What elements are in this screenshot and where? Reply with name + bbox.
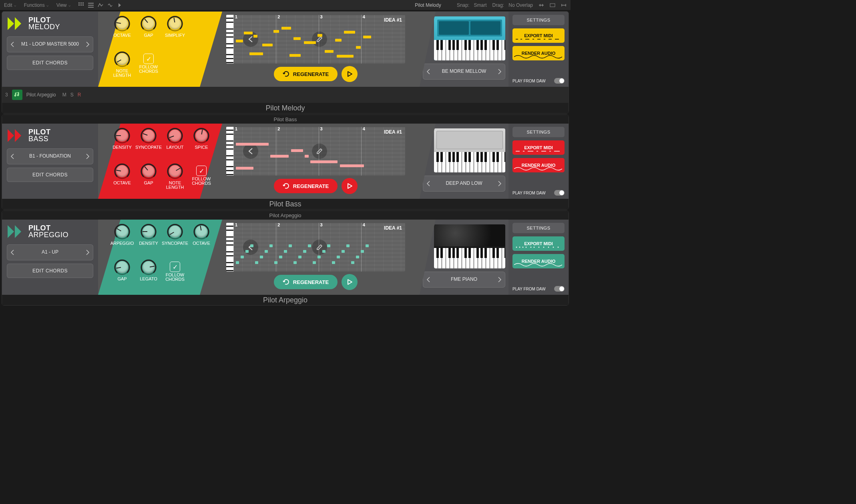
menu-functions[interactable]: Functions⌵ <box>24 2 48 8</box>
midi-note[interactable] <box>361 250 364 253</box>
midi-note[interactable] <box>241 256 244 258</box>
instrument-preset-selector[interactable]: BE MORE MELLOW <box>423 64 505 80</box>
knob-legato[interactable] <box>140 258 157 276</box>
preset-prev-icon[interactable] <box>7 149 18 164</box>
midi-note[interactable] <box>337 55 354 58</box>
midi-note[interactable] <box>327 244 330 247</box>
play-button[interactable] <box>342 178 358 194</box>
link-icon[interactable] <box>539 2 544 8</box>
midi-note[interactable] <box>340 164 364 167</box>
knob-gap[interactable] <box>140 162 157 180</box>
automation-icon[interactable] <box>98 2 103 8</box>
midi-note[interactable] <box>279 256 282 258</box>
preset-selector[interactable]: B1 - FOUNDATION <box>7 148 93 164</box>
knob-arpeggio[interactable] <box>113 223 131 240</box>
knob-note-length[interactable] <box>113 50 131 68</box>
edit-idea-button[interactable] <box>312 144 327 159</box>
midi-note[interactable] <box>356 46 361 49</box>
piano-roll[interactable]: IDEA #1 1234 <box>226 127 405 176</box>
midi-note[interactable] <box>322 250 326 253</box>
menu-view[interactable]: View⌵ <box>56 2 70 8</box>
midi-note[interactable] <box>317 256 321 258</box>
follow-chords-checkbox[interactable]: ✓ <box>143 54 154 64</box>
midi-note[interactable] <box>337 256 340 258</box>
midi-note[interactable] <box>351 261 354 264</box>
edit-chords-button[interactable]: EDIT CHORDS <box>7 56 93 70</box>
follow-chords-checkbox[interactable]: ✓ <box>170 262 180 272</box>
drag-control[interactable]: Drag: No Overlap <box>492 2 533 8</box>
instr-next-icon[interactable] <box>494 176 505 191</box>
preset-next-icon[interactable] <box>82 37 93 52</box>
knob-layout[interactable] <box>166 127 184 144</box>
render-audio-button[interactable]: RENDER AUDIO <box>512 46 565 60</box>
knob-simplify[interactable] <box>166 15 184 32</box>
midi-note[interactable] <box>260 256 263 258</box>
midi-note[interactable] <box>363 36 371 38</box>
knob-syncopate[interactable] <box>140 127 157 144</box>
track-instrument-icon[interactable] <box>12 90 22 100</box>
midi-note[interactable] <box>262 44 273 46</box>
play-button[interactable] <box>342 66 358 82</box>
midi-note[interactable] <box>255 261 258 264</box>
knob-gap[interactable] <box>113 258 131 276</box>
midi-note[interactable] <box>253 35 257 38</box>
track-record[interactable]: R <box>78 92 81 98</box>
instrument-preset-selector[interactable]: DEEP AND LOW <box>423 176 505 192</box>
preset-prev-icon[interactable] <box>7 245 18 260</box>
follow-chords-checkbox[interactable]: ✓ <box>196 166 207 176</box>
midi-note[interactable] <box>250 244 253 247</box>
midi-note[interactable] <box>332 261 335 264</box>
play-from-daw-toggle[interactable] <box>554 190 565 196</box>
midi-note[interactable] <box>317 34 322 37</box>
catch-icon[interactable] <box>117 2 123 8</box>
track-mute[interactable]: M <box>62 92 66 98</box>
midi-note[interactable] <box>313 261 316 264</box>
edit-chords-button[interactable]: EDIT CHORDS <box>7 264 93 278</box>
export-midi-button[interactable]: EXPORT MIDI <box>512 236 565 251</box>
midi-note[interactable] <box>289 54 301 57</box>
flex-icon[interactable] <box>107 2 113 8</box>
piano-roll[interactable]: IDEA #1 1234 <box>226 15 405 64</box>
midi-note[interactable] <box>356 256 359 258</box>
midi-note[interactable] <box>291 149 303 152</box>
list-icon[interactable] <box>88 2 94 8</box>
midi-note[interactable] <box>366 244 369 247</box>
knob-note-length[interactable] <box>166 162 184 180</box>
midi-note[interactable] <box>284 250 287 253</box>
preset-next-icon[interactable] <box>82 245 93 260</box>
knob-octave[interactable] <box>193 223 210 240</box>
midi-note[interactable] <box>303 250 306 253</box>
midi-note[interactable] <box>265 250 268 253</box>
bounds-icon[interactable] <box>550 2 555 8</box>
midi-note[interactable] <box>298 256 301 258</box>
play-from-daw-toggle[interactable] <box>554 286 565 292</box>
instr-next-icon[interactable] <box>494 272 505 287</box>
midi-note[interactable] <box>325 50 334 53</box>
midi-note[interactable] <box>305 155 309 158</box>
settings-button[interactable]: SETTINGS <box>512 15 565 25</box>
knob-spice[interactable] <box>193 127 210 144</box>
knob-octave[interactable] <box>113 15 131 32</box>
midi-note[interactable] <box>342 250 345 253</box>
idea-prev-button[interactable] <box>243 144 258 159</box>
midi-note[interactable] <box>236 261 239 264</box>
instr-prev-icon[interactable] <box>423 176 434 191</box>
menu-edit[interactable]: Edit⌵ <box>4 2 16 8</box>
midi-note[interactable] <box>346 244 350 247</box>
midi-note[interactable] <box>293 37 301 40</box>
midi-note[interactable] <box>236 40 243 42</box>
regenerate-button[interactable]: REGENERATE <box>274 67 338 81</box>
track-name[interactable]: Pilot Arpeggio <box>26 92 56 98</box>
regenerate-button[interactable]: REGENERATE <box>274 275 338 289</box>
knob-syncopate[interactable] <box>166 223 184 240</box>
plugin-titlebar[interactable]: Pilot Arpeggio <box>2 211 569 220</box>
piano-roll[interactable]: IDEA #1 1234 <box>226 223 405 272</box>
render-audio-button[interactable]: RENDER AUDIO <box>512 158 565 172</box>
midi-note[interactable] <box>344 31 355 34</box>
settings-button[interactable]: SETTINGS <box>512 127 565 137</box>
midi-note[interactable] <box>293 261 297 264</box>
midi-note[interactable] <box>304 41 316 44</box>
midi-note[interactable] <box>335 39 342 42</box>
midi-note[interactable] <box>245 250 249 253</box>
midi-note[interactable] <box>244 32 253 34</box>
